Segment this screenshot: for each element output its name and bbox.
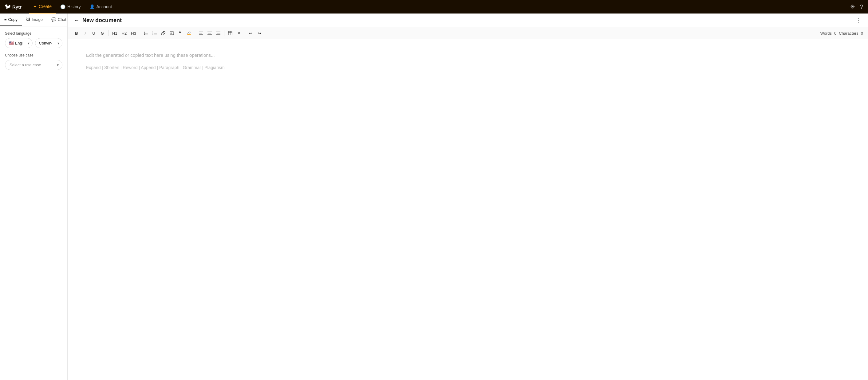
toolbar-divider-3 [195, 30, 195, 36]
language-select[interactable]: 🇺🇸 English 🇫🇷 French 🇩🇪 German 🇪🇸 Spanis… [5, 38, 33, 48]
align-center-button[interactable] [206, 29, 214, 37]
h3-button[interactable]: H3 [129, 29, 138, 37]
editor-toolbar: B i U S H1 H2 H3 1. [68, 27, 868, 39]
editor-operations: Expand | Shorten | Reword | Append | Par… [86, 65, 849, 70]
top-nav: 🐿 Rytr ✦ Create 🕐 History 👤 Account ☀ ? [0, 0, 868, 13]
nav-create-label: Create [39, 4, 52, 9]
toolbar-divider-2 [140, 30, 140, 36]
language-label: Select language [5, 31, 62, 36]
align-left-button[interactable] [197, 29, 205, 37]
logo-text: Rytr [12, 4, 22, 9]
ordered-list-button[interactable]: 1. 2. 3. [151, 29, 159, 37]
bullet-list-button[interactable] [142, 29, 150, 37]
use-case-select-wrapper: Select a use case Blog Ideas Product Des… [5, 60, 62, 70]
svg-rect-18 [208, 33, 211, 33]
align-right-icon [216, 31, 220, 35]
bold-button[interactable]: B [72, 29, 81, 37]
image-button[interactable] [168, 29, 176, 37]
more-icon: ⋮ [856, 17, 862, 24]
bullet-list-icon [144, 31, 148, 35]
tab-image-label: Image [32, 17, 43, 22]
help-button[interactable]: ? [860, 4, 863, 10]
h2-button[interactable]: H2 [120, 29, 129, 37]
svg-point-2 [144, 33, 145, 34]
use-case-select[interactable]: Select a use case Blog Ideas Product Des… [5, 60, 62, 70]
svg-rect-21 [217, 33, 220, 33]
more-options-button[interactable]: ⋮ [856, 16, 862, 24]
svg-rect-22 [216, 34, 220, 35]
tab-copy-label: Copy [8, 17, 18, 22]
editor-area: ← New document ⋮ B i U S H1 H2 H3 [68, 13, 868, 380]
highlight-icon [187, 31, 191, 35]
svg-rect-3 [145, 33, 148, 33]
svg-point-4 [144, 34, 145, 35]
align-right-button[interactable] [214, 29, 222, 37]
use-case-label: Choose use case [5, 53, 62, 58]
editor-body[interactable]: Edit the generated or copied text here u… [68, 39, 868, 380]
toolbar-divider-4 [224, 30, 224, 36]
clear-format-button[interactable]: ✕ [235, 29, 243, 37]
table-icon [228, 31, 232, 35]
editor-placeholder: Edit the generated or copied text here u… [86, 51, 849, 59]
toolbar-divider-1 [108, 30, 108, 36]
nav-right: ☀ ? [850, 3, 863, 10]
image-insert-icon [170, 31, 174, 35]
link-button[interactable] [159, 29, 167, 37]
ordered-list-icon: 1. 2. 3. [152, 31, 157, 35]
back-button[interactable]: ← [74, 17, 79, 24]
svg-rect-16 [199, 34, 203, 35]
chars-count: 0 [861, 31, 863, 36]
logo-icon: 🐿 [5, 4, 10, 10]
logo[interactable]: 🐿 Rytr [5, 4, 22, 10]
svg-rect-9 [154, 33, 157, 33]
svg-rect-5 [145, 34, 148, 34]
strikethrough-button[interactable]: S [98, 29, 106, 37]
language-tone-row: 🇺🇸 English 🇫🇷 French 🇩🇪 German 🇪🇸 Spanis… [5, 38, 62, 48]
underline-button[interactable]: U [90, 29, 98, 37]
chars-label: Characters [839, 31, 859, 36]
nav-history-label: History [67, 4, 81, 9]
undo-button[interactable]: ↩ [247, 29, 255, 37]
svg-rect-14 [199, 32, 203, 32]
image-tab-icon: 🖼 [26, 17, 30, 22]
svg-rect-11 [154, 34, 157, 34]
copy-tab-icon: ≡ [4, 17, 7, 22]
document-title: New document [82, 17, 852, 24]
svg-rect-17 [208, 32, 212, 32]
italic-button[interactable]: i [81, 29, 89, 37]
nav-create[interactable]: ✦ Create [29, 0, 56, 13]
align-left-icon [199, 31, 203, 35]
editor-header: ← New document ⋮ [68, 13, 868, 27]
account-icon: 👤 [89, 4, 95, 9]
svg-text:3.: 3. [152, 33, 153, 35]
svg-rect-1 [145, 32, 148, 32]
create-icon: ✦ [33, 4, 37, 9]
words-label: Words [820, 31, 832, 36]
language-select-wrapper: 🇺🇸 English 🇫🇷 French 🇩🇪 German 🇪🇸 Spanis… [5, 38, 33, 48]
link-icon [161, 31, 165, 35]
sidebar-tabs: ≡ Copy 🖼 Image 💬 Chat new [0, 13, 67, 26]
nav-account[interactable]: 👤 Account [85, 0, 117, 13]
svg-rect-7 [154, 32, 157, 32]
nav-history[interactable]: 🕐 History [56, 0, 85, 13]
quote-button[interactable]: ❝ [177, 29, 184, 37]
sidebar-content: Select language 🇺🇸 English 🇫🇷 French 🇩🇪 … [0, 26, 67, 380]
words-count: 0 [834, 31, 836, 36]
tab-image[interactable]: 🖼 Image [22, 13, 47, 26]
word-char-count: Words 0 Characters 0 [820, 31, 863, 36]
highlight-button[interactable] [185, 29, 193, 37]
tab-copy[interactable]: ≡ Copy [0, 13, 22, 26]
redo-button[interactable]: ↪ [255, 29, 264, 37]
help-icon: ? [860, 4, 863, 10]
svg-point-0 [144, 32, 145, 33]
theme-toggle-button[interactable]: ☀ [850, 3, 855, 10]
chat-tab-icon: 💬 [51, 17, 56, 22]
tone-select[interactable]: Convincing Casual Formal Humorous [35, 38, 63, 48]
svg-rect-20 [216, 32, 220, 32]
toolbar-divider-5 [245, 30, 245, 36]
h1-button[interactable]: H1 [110, 29, 119, 37]
nav-account-label: Account [96, 4, 112, 9]
history-icon: 🕐 [60, 4, 65, 9]
language-field: Select language 🇺🇸 English 🇫🇷 French 🇩🇪 … [5, 31, 62, 48]
table-button[interactable] [226, 29, 234, 37]
